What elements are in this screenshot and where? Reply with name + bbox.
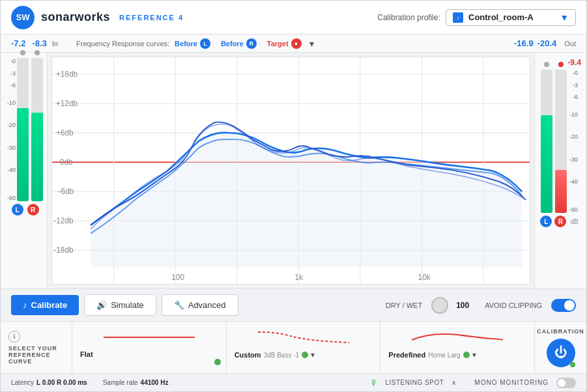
svg-text:0db: 0db [60,158,73,167]
avoid-clipping-label: AVOID CLIPPING [485,301,542,309]
curve-before-r: Before R [221,38,257,49]
vu-right-dot-l [544,62,549,67]
bottom-controls: ♪ Calibrate 🔊 Simulate 🔧 Advanced DRY / … [1,288,586,321]
calibration-label: CALIBRATION [537,328,584,335]
ref-panel-predefined[interactable]: Predefined Home Larg ▾ [380,322,534,373]
chevron-down-icon[interactable]: ▼ [560,12,569,23]
predefined-dropdown-arrow[interactable]: ▾ [472,350,476,359]
flat-panel-label: Flat [80,350,93,358]
vu-left: -0-3-6-10 -20-30 -40-60 [1,53,48,288]
mono-monitoring-toggle[interactable] [556,378,576,388]
meter-right-val2: -20.4 [537,38,557,48]
power-button[interactable]: ⏻ [547,339,575,367]
vu-bar-right-r [555,70,567,213]
listening-spot-caret[interactable]: ∧ [451,379,456,386]
right-meters-vals: -16.9 -20.4 Out [514,38,576,48]
svg-text:-6db: -6db [58,187,74,197]
predefined-active-dot [463,352,470,358]
vu-r-label: R [27,204,39,216]
mono-toggle-thumb [558,379,566,387]
simulate-icon: 🔊 [96,300,107,310]
meter-left-val1: -7.2 [11,38,25,48]
flat-active-dot [214,359,221,365]
vu-right-dot-r [558,62,564,67]
vu-bar-right-r-fill [555,170,567,213]
frequency-chart: +18db +12db +6db 0db -6db -12db -18db 10… [52,57,530,284]
avoid-clipping-toggle[interactable] [551,299,576,312]
curve-target: Target ● [267,38,302,49]
vu-left-dot-r [35,50,40,55]
toggle-thumb [564,300,575,311]
advanced-label: Advanced [188,300,226,310]
ref-panels: Flat Custom 3dB Bass -1 ▾ [72,322,534,373]
latency-value: L 0.00 R 0.00 ms [36,379,87,386]
microphone-icon: 🎙 [370,378,378,387]
ref-left-info: ℹ SELECT YOURREFERENCE CURVE [1,322,72,373]
svg-text:1k: 1k [294,272,303,282]
calibration-profile-name: Control_room-A [468,12,554,22]
meter-right-val1: -16.9 [514,38,534,48]
reference-curve-row: ℹ SELECT YOURREFERENCE CURVE Flat Custom… [1,321,586,373]
vu-bar-r-fill [31,113,43,201]
vu-bar-l [17,58,29,201]
vu-bar-r [31,58,43,201]
custom-dropdown-arrow[interactable]: ▾ [311,350,315,359]
curves-dropdown-arrow[interactable]: ▾ [309,38,314,49]
ref-panel-custom[interactable]: Custom 3dB Bass -1 ▾ [227,322,381,373]
advanced-button[interactable]: 🔧 Advanced [162,294,238,316]
calibrate-button[interactable]: ♪ Calibrate [11,295,79,315]
sample-rate-item: Sample rate 44100 Hz [103,379,169,386]
curve-before-l: Before L [175,38,210,49]
calibration-profile-icon: ♪ [453,12,463,23]
custom-panel-label: Custom [235,351,261,359]
simulate-button[interactable]: 🔊 Simulate [84,294,156,316]
svg-text:-12db: -12db [53,216,73,226]
brand-name: sonarworks [41,10,110,24]
flat-curve-preview [80,327,218,348]
advanced-icon: 🔧 [174,300,184,310]
db-label: dB [570,218,578,225]
target-badge: ● [291,38,302,49]
ref-title: SELECT YOURREFERENCE CURVE [8,345,64,365]
vu-right: -9.4 [534,53,586,288]
calibrate-label: Calibrate [31,300,68,310]
vu-l-label: L [12,204,23,216]
calibrate-icon: ♪ [23,300,27,310]
power-icon: ⏻ [554,345,567,360]
vu-right-l-label: L [540,216,552,227]
info-icon[interactable]: ℹ [8,331,20,343]
custom-active-dot [302,352,308,358]
cal-power-section: CALIBRATION ⏻ [534,322,586,373]
svg-text:100: 100 [171,272,184,282]
vu-bar-right-l-fill [541,115,552,213]
freq-curves-label: Frequency Response curves: [76,40,169,48]
sample-rate-label: Sample rate [103,379,138,386]
latency-label: Latency [11,379,34,386]
vu-right-scale: -0-3-6-10 -20-30 -40-60 [569,70,578,213]
svg-text:+6db: +6db [56,128,74,137]
app-container: SW sonarworks REFERENCE 4 Calibration pr… [0,0,587,392]
ref-panel-flat[interactable]: Flat [72,322,227,373]
vu-bar-right-l [541,70,552,213]
logo-icon: SW [11,6,35,29]
predefined-panel-sublabel: Home Larg [428,352,460,359]
calibration-profile-dropdown[interactable]: ♪ Control_room-A ▼ [446,9,576,26]
mono-monitoring-label: MONO MONITORING [474,379,549,386]
dry-wet-label: DRY / WET [386,301,422,309]
status-bar: Latency L 0.00 R 0.00 ms Sample rate 441… [1,373,586,391]
header: SW sonarworks REFERENCE 4 Calibration pr… [1,1,586,35]
vu-left-scale: -0-3-6-10 -20-30 -40-60 [7,58,16,201]
before-r-badge: R [246,38,257,49]
vu-right-r-label: R [554,216,566,227]
before-l-badge: L [200,38,210,49]
svg-text:10k: 10k [418,272,431,282]
vu-bar-l-fill [17,108,29,201]
out-label: Out [564,40,576,48]
dry-wet-knob[interactable] [431,297,448,314]
svg-text:-18db: -18db [53,245,73,255]
custom-panel-sublabel: 3dB Bass -1 [264,352,299,359]
svg-text:+18db: +18db [56,69,78,79]
meter-left-val2: -8.3 [32,38,46,48]
svg-text:+12db: +12db [56,98,78,108]
sample-rate-value: 44100 Hz [141,379,169,386]
